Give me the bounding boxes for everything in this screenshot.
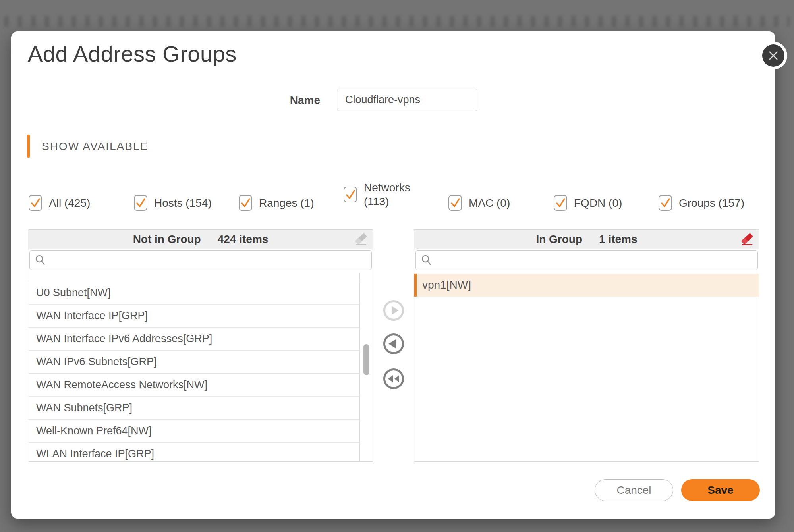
filter-groups[interactable]: Groups (157) xyxy=(659,195,744,211)
show-available-heading: SHOW AVAILABLE xyxy=(42,140,148,153)
arrow-left-icon xyxy=(383,333,404,355)
section-accent-bar xyxy=(27,135,30,158)
move-all-left-button[interactable] xyxy=(383,368,404,389)
filter-networks[interactable]: Networks (113) xyxy=(344,181,410,208)
list-item[interactable]: WLAN Interface IP[GRP] xyxy=(28,443,360,461)
in-group-list: vpn1[NW] xyxy=(414,273,759,461)
checkbox-checked-icon[interactable] xyxy=(239,195,252,211)
panel-title: Not in Group xyxy=(133,233,201,246)
checkbox-checked-icon[interactable] xyxy=(29,195,42,211)
move-right-button[interactable] xyxy=(383,300,404,321)
save-button[interactable]: Save xyxy=(681,479,760,501)
in-group-search-input[interactable] xyxy=(437,251,755,270)
not-in-group-panel: Not in Group 424 items U0 Subnet[NW] xyxy=(28,229,373,462)
list-item[interactable]: Well-Known Pref64[NW] xyxy=(28,420,360,443)
panel-count: 1 items xyxy=(599,233,638,246)
checkbox-checked-icon[interactable] xyxy=(134,195,147,211)
list-item[interactable]: WAN Interface IPv6 Addresses[GRP] xyxy=(28,328,360,351)
panel-count: 424 items xyxy=(218,233,269,246)
filter-all[interactable]: All (425) xyxy=(29,195,90,211)
list-item[interactable]: WAN IPv6 Subnets[GRP] xyxy=(28,351,360,374)
name-input[interactable] xyxy=(337,89,477,111)
checkbox-checked-icon[interactable] xyxy=(554,195,567,211)
name-label: Name xyxy=(265,94,320,107)
checkbox-checked-icon[interactable] xyxy=(659,195,672,211)
eraser-icon xyxy=(740,233,755,247)
dimmed-background-app xyxy=(4,16,790,27)
add-address-groups-dialog: Add Address Groups Name SHOW AVAILABLE A… xyxy=(11,31,775,519)
search-icon xyxy=(35,254,46,266)
search-icon xyxy=(421,254,433,266)
move-left-button[interactable] xyxy=(383,333,404,355)
filter-ranges[interactable]: Ranges (1) xyxy=(239,195,314,211)
close-button[interactable] xyxy=(762,44,784,67)
dialog-title: Add Address Groups xyxy=(28,41,237,67)
scrollbar-track xyxy=(359,273,373,461)
not-in-group-header: Not in Group 424 items xyxy=(28,230,373,249)
eraser-icon xyxy=(354,233,369,247)
selected-list-item[interactable]: vpn1[NW] xyxy=(414,274,759,297)
close-icon xyxy=(767,50,779,62)
checkbox-checked-icon[interactable] xyxy=(448,195,462,211)
double-arrow-left-icon xyxy=(383,368,404,389)
clear-group-button[interactable] xyxy=(739,232,755,248)
panel-title: In Group xyxy=(536,233,582,246)
filter-mac[interactable]: MAC (0) xyxy=(448,195,510,211)
scrollbar-thumb[interactable] xyxy=(363,344,369,375)
list-item[interactable]: U0 Subnet[NW] xyxy=(28,281,360,305)
checkbox-checked-icon[interactable] xyxy=(344,187,357,202)
list-item[interactable]: WAN Subnets[GRP] xyxy=(28,397,360,420)
not-in-group-list: U0 Subnet[NW] WAN Interface IP[GRP] WAN … xyxy=(28,273,360,461)
filter-fqdn[interactable]: FQDN (0) xyxy=(554,195,622,211)
not-in-group-search xyxy=(29,250,372,270)
in-group-search xyxy=(415,250,758,270)
in-group-panel: In Group 1 items vpn1[NW] xyxy=(414,229,759,462)
in-group-header: In Group 1 items xyxy=(414,230,759,249)
clear-selection-button[interactable] xyxy=(353,232,369,248)
list-item[interactable]: WAN RemoteAccess Networks[NW] xyxy=(28,374,360,397)
cancel-button[interactable]: Cancel xyxy=(595,479,673,501)
arrow-right-icon xyxy=(383,300,404,321)
filter-hosts[interactable]: Hosts (154) xyxy=(134,195,212,211)
list-item[interactable]: WAN Interface IP[GRP] xyxy=(28,305,360,328)
not-in-group-search-input[interactable] xyxy=(50,251,369,270)
